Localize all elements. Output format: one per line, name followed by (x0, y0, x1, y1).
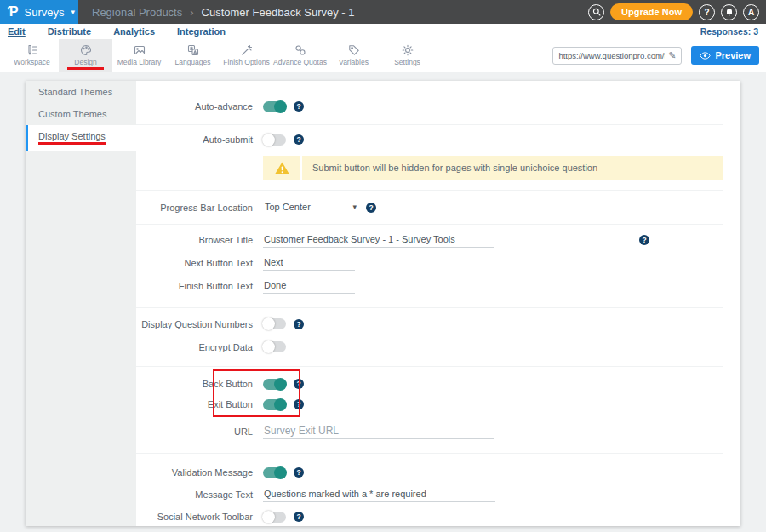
sidebar-item-label: Display Settings (38, 131, 106, 141)
toolbar-tab-variables[interactable]: Variables (327, 39, 380, 72)
topbar-actions: Upgrade Now ? A (588, 0, 766, 24)
progress-bar-location-select[interactable]: Top Center ▾ (263, 200, 358, 215)
exit-url-row: URL (136, 420, 723, 443)
social-network-toolbar-label: Social Network Toolbar (136, 512, 253, 522)
account-avatar[interactable]: A (743, 4, 759, 20)
preview-button[interactable]: Preview (691, 46, 759, 65)
help-icon[interactable]: ? (294, 399, 304, 409)
toolbar-tab-label: Design (74, 58, 96, 66)
help-icon[interactable]: ? (366, 203, 376, 213)
toolbar-tab-settings[interactable]: Settings (380, 39, 434, 72)
survey-url-field[interactable]: ✎ (552, 47, 682, 65)
upgrade-now-button[interactable]: Upgrade Now (610, 3, 693, 20)
auto-advance-label: Auto-advance (136, 101, 253, 112)
sidebar-item-standard-themes[interactable]: Standard Themes (26, 81, 136, 103)
progress-bar-row: Progress Bar Location Top Center ▾ ? (136, 197, 723, 219)
warning-text: Submit button will be hidden for pages w… (302, 163, 597, 173)
red-underline-annotation (38, 142, 106, 145)
exit-button-row: Exit Button ? (136, 394, 723, 415)
nav-item-analytics[interactable]: Analytics (113, 26, 155, 37)
themes-sidebar: Standard Themes Custom Themes Display Se… (26, 81, 136, 526)
toolbar-tab-design[interactable]: Design (59, 39, 112, 72)
auto-submit-label: Auto-submit (136, 134, 253, 145)
toolbar-tab-workspace[interactable]: Workspace (5, 39, 59, 72)
encrypt-data-row: Encrypt Data (136, 335, 723, 358)
finish-button-text-row: Finish Button Text (136, 274, 723, 297)
auto-submit-toggle[interactable] (263, 134, 286, 146)
main-nav: Edit Distribute Analytics Integration Re… (0, 24, 766, 39)
page-body: Standard Themes Custom Themes Display Se… (0, 72, 766, 526)
image-icon (134, 44, 146, 56)
browser-title-row: Browser Title ? (136, 228, 723, 251)
toolbar-tab-label: Variables (339, 58, 369, 66)
top-bar: Ƥ Surveys ▾ Regional Products › Customer… (0, 0, 766, 24)
toolbar-tab-advance-quotas[interactable]: Advance Quotas (273, 39, 327, 72)
display-question-numbers-toggle[interactable] (263, 318, 286, 329)
validation-group: Validation Message ? Message Text Social… (136, 454, 723, 526)
auto-submit-row: Auto-submit ? (136, 129, 723, 151)
nav-item-edit[interactable]: Edit (8, 26, 26, 37)
auto-advance-group: Auto-advance ? (136, 81, 723, 125)
progress-bar-location-label: Progress Bar Location (136, 203, 253, 213)
validation-message-toggle[interactable] (263, 467, 286, 478)
chevron-down-icon: ▾ (71, 8, 75, 16)
toolbar-tab-languages[interactable]: Languages (166, 39, 220, 72)
display-question-numbers-label: Display Question Numbers (136, 319, 253, 329)
toolbar-tab-label: Media Library (117, 58, 162, 66)
sidebar-item-label: Custom Themes (38, 109, 107, 119)
sidebar-item-custom-themes[interactable]: Custom Themes (26, 103, 136, 125)
sidebar-item-display-settings[interactable]: Display Settings (26, 125, 136, 151)
finish-button-text-input[interactable] (263, 278, 355, 294)
exit-button-toggle[interactable] (263, 399, 286, 410)
exit-button-label: Exit Button (136, 399, 253, 409)
next-button-text-input[interactable] (263, 255, 355, 271)
magic-wand-icon (241, 44, 253, 56)
display-question-numbers-row: Display Question Numbers ? (136, 312, 723, 335)
next-button-text-row: Next Button Text (136, 251, 723, 274)
help-icon[interactable]: ? (294, 512, 304, 522)
workspace-icon (26, 44, 38, 56)
help-icon[interactable]: ? (294, 101, 304, 112)
notifications-button[interactable] (721, 4, 737, 20)
toolbar-tab-label: Workspace (14, 58, 49, 66)
edit-url-pencil-icon[interactable]: ✎ (668, 50, 676, 61)
breadcrumb-current: Customer Feedback Survey - 1 (202, 6, 355, 19)
warning-triangle-icon (263, 161, 300, 175)
toolbar-tab-finish-options[interactable]: Finish Options (220, 39, 273, 72)
nav-item-distribute[interactable]: Distribute (48, 26, 91, 37)
back-exit-wrap: Back Button ? Exit Button ? (136, 369, 723, 418)
message-text-label: Message Text (136, 489, 253, 500)
breadcrumb-separator: › (190, 6, 193, 19)
validation-message-label: Validation Message (136, 467, 253, 478)
surveys-menu[interactable]: Ƥ Surveys ▾ (0, 0, 78, 24)
validation-message-row: Validation Message ? (136, 461, 723, 483)
help-icon[interactable]: ? (294, 319, 304, 329)
display-settings-card: Standard Themes Custom Themes Display Se… (26, 81, 740, 526)
encrypt-data-toggle[interactable] (263, 341, 286, 352)
survey-url-input[interactable] (558, 51, 665, 60)
search-button[interactable] (588, 4, 604, 20)
back-button-row: Back Button ? (136, 374, 723, 394)
palette-icon (80, 44, 92, 56)
browser-title-input[interactable] (263, 232, 494, 248)
help-icon[interactable]: ? (294, 467, 304, 478)
social-network-toolbar-toggle[interactable] (263, 512, 286, 523)
responses-count[interactable]: Responses: 3 (700, 26, 758, 37)
toolbar-tab-media-library[interactable]: Media Library (112, 39, 166, 72)
social-network-toolbar-row: Social Network Toolbar ? (136, 506, 723, 526)
search-icon (592, 8, 601, 16)
back-button-toggle[interactable] (263, 379, 286, 390)
bell-icon (725, 8, 734, 17)
red-underline-annotation (67, 67, 104, 70)
message-text-input[interactable] (263, 487, 495, 502)
nav-item-integration[interactable]: Integration (177, 26, 226, 37)
breadcrumb-parent[interactable]: Regional Products (92, 6, 182, 19)
help-button[interactable]: ? (699, 4, 715, 20)
chain-links-icon (294, 44, 306, 56)
auto-advance-toggle[interactable] (263, 101, 286, 112)
help-icon[interactable]: ? (639, 235, 649, 245)
help-icon[interactable]: ? (294, 379, 304, 389)
survey-exit-url-input[interactable] (263, 424, 494, 439)
help-icon[interactable]: ? (294, 134, 304, 145)
message-text-row: Message Text (136, 483, 723, 506)
